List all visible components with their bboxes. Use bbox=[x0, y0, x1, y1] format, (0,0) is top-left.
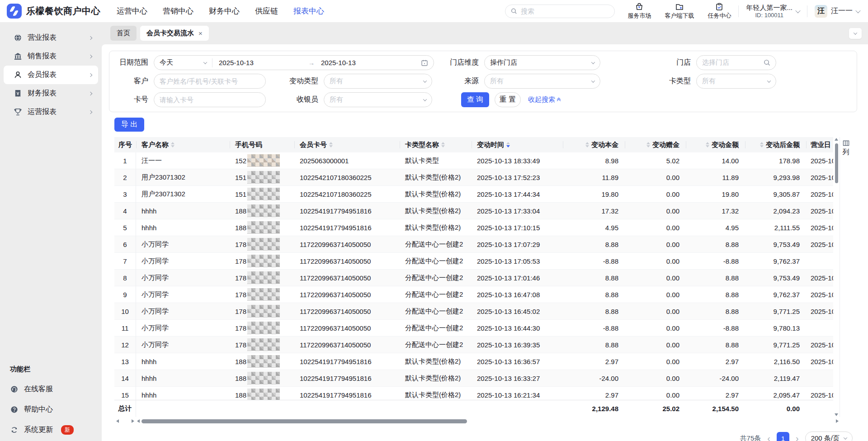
col-customer-name[interactable]: 客户名称 bbox=[136, 137, 230, 152]
table-row[interactable]: 2 用户23071302 151 1022542107180360225 默认卡… bbox=[114, 169, 833, 186]
sort-caret-icon[interactable] bbox=[646, 142, 650, 147]
close-icon[interactable]: × bbox=[198, 29, 203, 37]
col-balance-after[interactable]: 变动后金额 bbox=[745, 137, 806, 152]
tab-label: 会员卡交易流水 bbox=[146, 29, 194, 38]
sort-caret-icon[interactable] bbox=[760, 142, 764, 147]
sort-caret-icon[interactable] bbox=[506, 142, 510, 147]
sidebar-item-member-report[interactable]: 会员报表 bbox=[4, 66, 98, 84]
table-row[interactable]: 5 hhhh 188 1022541917794951816 默认卡类型(价格2… bbox=[114, 219, 833, 236]
date-preset-select[interactable]: 今天 bbox=[154, 58, 212, 67]
horizontal-scroll-thumb[interactable] bbox=[142, 419, 467, 423]
cashier-select[interactable]: 所有 bbox=[324, 92, 432, 107]
change-type-select[interactable]: 所有 bbox=[324, 74, 432, 89]
table-row[interactable]: 9 小万同学 178 1172209963714050050 分配送中心一创建2… bbox=[114, 286, 833, 303]
customer-field[interactable] bbox=[160, 77, 260, 85]
table-row[interactable]: 4 hhhh 188 1022541917794951816 默认卡类型(价格2… bbox=[114, 203, 833, 219]
cashier-label: 收银员 bbox=[266, 95, 324, 104]
sort-caret-icon[interactable] bbox=[585, 142, 589, 147]
sidebar-item-sales-report[interactable]: 销售报表 bbox=[4, 47, 98, 66]
user-name: 汪一一 bbox=[831, 6, 853, 16]
table-row[interactable]: 13 hhhh 188 1022541917794951816 默认卡类型(价格… bbox=[114, 353, 833, 370]
card-no-field[interactable] bbox=[160, 96, 260, 104]
store-dimension-select[interactable]: 操作门店 bbox=[484, 55, 600, 70]
horizontal-scrollbar[interactable] bbox=[114, 418, 840, 424]
help-center-item[interactable]: 帮助中心 bbox=[10, 405, 92, 414]
scroll-right-icon[interactable] bbox=[836, 419, 839, 423]
merchant-switcher[interactable]: 年轻人第一家... ID: 100011 bbox=[746, 4, 800, 19]
column-settings-panel[interactable]: 列 bbox=[840, 137, 852, 417]
card-type-select[interactable]: 所有 bbox=[696, 74, 776, 89]
vertical-scroll-thumb[interactable] bbox=[835, 143, 838, 183]
customer-input[interactable] bbox=[154, 74, 266, 89]
col-change-bonus[interactable]: 变动赠金 bbox=[625, 137, 686, 152]
vertical-scrollbar[interactable] bbox=[833, 137, 840, 417]
scroll-right-icon[interactable] bbox=[132, 419, 134, 423]
tab-member-card-transactions[interactable]: 会员卡交易流水 × bbox=[140, 26, 209, 41]
nav-report-center[interactable]: 报表中心 bbox=[293, 6, 324, 16]
service-market-icon bbox=[635, 2, 644, 11]
nav-operation-center[interactable]: 运营中心 bbox=[117, 6, 147, 16]
sidebar-item-finance-report[interactable]: 财务报表 bbox=[4, 84, 98, 103]
col-index[interactable]: 序号 bbox=[114, 137, 136, 152]
global-search[interactable] bbox=[505, 5, 615, 18]
scroll-left-icon[interactable] bbox=[137, 419, 140, 423]
prev-page-button[interactable]: ‹ bbox=[767, 434, 770, 441]
table-row[interactable]: 3 用户23071302 151 1022542107180360225 默认卡… bbox=[114, 186, 833, 203]
sidebar-item-label: 营业报表 bbox=[28, 33, 57, 43]
tab-overflow-button[interactable] bbox=[849, 28, 862, 39]
collapse-search-link[interactable]: 收起搜索 bbox=[528, 95, 560, 104]
sidebar-item-operation-report[interactable]: 运营报表 bbox=[4, 103, 98, 121]
sort-caret-icon[interactable] bbox=[329, 142, 333, 147]
col-phone[interactable]: 手机号码 bbox=[230, 137, 294, 152]
table-header: 序号 客户名称 手机号码 会员卡号 卡类型名称 变动时间 变动本金 变动赠金 变… bbox=[114, 137, 833, 152]
service-market-link[interactable]: 服务市场 bbox=[627, 2, 651, 20]
table-row[interactable]: 14 hhhh 188 1022541917794951816 默认卡类型(价格… bbox=[114, 370, 833, 387]
col-change-principal[interactable]: 变动本金 bbox=[563, 137, 625, 152]
source-select[interactable]: 所有 bbox=[484, 74, 600, 89]
scroll-left-icon[interactable] bbox=[116, 419, 119, 423]
col-change-time[interactable]: 变动时间 bbox=[472, 137, 563, 152]
export-button[interactable]: 导 出 bbox=[114, 118, 144, 132]
search-input[interactable] bbox=[521, 7, 609, 15]
card-no-input[interactable] bbox=[154, 92, 266, 107]
store-select-input[interactable]: 选择门店 bbox=[696, 55, 776, 70]
nav-marketing-center[interactable]: 营销中心 bbox=[163, 6, 193, 16]
sort-caret-icon[interactable] bbox=[171, 142, 175, 147]
table-row[interactable]: 8 小万同学 178 1172209963714050050 分配送中心一创建2… bbox=[114, 270, 833, 286]
page-size-select[interactable]: 200 条/页 bbox=[805, 432, 853, 441]
col-change-amount[interactable]: 变动金额 bbox=[686, 137, 745, 152]
task-center-link[interactable]: 任务中心 bbox=[708, 2, 731, 20]
col-card-no[interactable]: 会员卡号 bbox=[294, 137, 400, 152]
nav-supply-chain[interactable]: 供应链 bbox=[255, 6, 278, 16]
current-page-button[interactable]: 1 bbox=[777, 432, 789, 441]
tab-home[interactable]: 首页 bbox=[110, 26, 137, 41]
date-start-value[interactable]: 2025-10-13 bbox=[212, 59, 308, 66]
table-row[interactable]: 10 小万同学 178 1172209963714050050 分配送中心一创建… bbox=[114, 303, 833, 320]
nav-finance-center[interactable]: 财务中心 bbox=[209, 6, 240, 16]
scroll-down-icon[interactable] bbox=[835, 413, 838, 416]
client-download-link[interactable]: 客户端下载 bbox=[665, 2, 694, 20]
table-row[interactable]: 1 汪一一 152 2025063000001 默认卡类型 2025-10-13… bbox=[114, 152, 833, 169]
sort-caret-icon[interactable] bbox=[706, 142, 709, 147]
online-support-item[interactable]: 在线客服 bbox=[10, 384, 92, 394]
avatar[interactable]: 汪 bbox=[815, 5, 827, 18]
sidebar-item-business-report[interactable]: 营业报表 bbox=[4, 28, 98, 47]
next-page-button[interactable]: › bbox=[796, 434, 799, 441]
search-icon bbox=[511, 8, 517, 14]
chevron-down-icon[interactable] bbox=[855, 8, 860, 13]
table-row[interactable]: 15 hhhh 188 1022541917794951816 默认卡类型(价格… bbox=[114, 387, 833, 400]
date-end-value[interactable]: 2025-10-13 bbox=[315, 59, 421, 66]
scroll-up-icon[interactable] bbox=[835, 138, 838, 141]
system-update-item[interactable]: 系统更新 新 bbox=[10, 425, 92, 435]
col-card-type[interactable]: 卡类型名称 bbox=[400, 137, 472, 152]
sort-caret-icon[interactable] bbox=[441, 142, 445, 147]
table-row[interactable]: 7 小万同学 178 1172209963714050050 分配送中心一创建2… bbox=[114, 253, 833, 270]
table-row[interactable]: 11 小万同学 178 1172209963714050050 分配送中心一创建… bbox=[114, 320, 833, 337]
fixed-column-scrollbar[interactable] bbox=[114, 419, 136, 423]
col-business-day[interactable]: 营业日 bbox=[806, 137, 833, 152]
table-row[interactable]: 12 小万同学 178 1172209963714050050 分配送中心一创建… bbox=[114, 337, 833, 353]
date-range-control[interactable]: 今天 2025-10-13 → 2025-10-13 bbox=[154, 55, 434, 70]
table-row[interactable]: 6 小万同学 178 1172209963714050050 分配送中心一创建2… bbox=[114, 236, 833, 253]
reset-button[interactable]: 重 置 bbox=[495, 92, 521, 107]
search-button[interactable]: 查 询 bbox=[461, 92, 489, 107]
